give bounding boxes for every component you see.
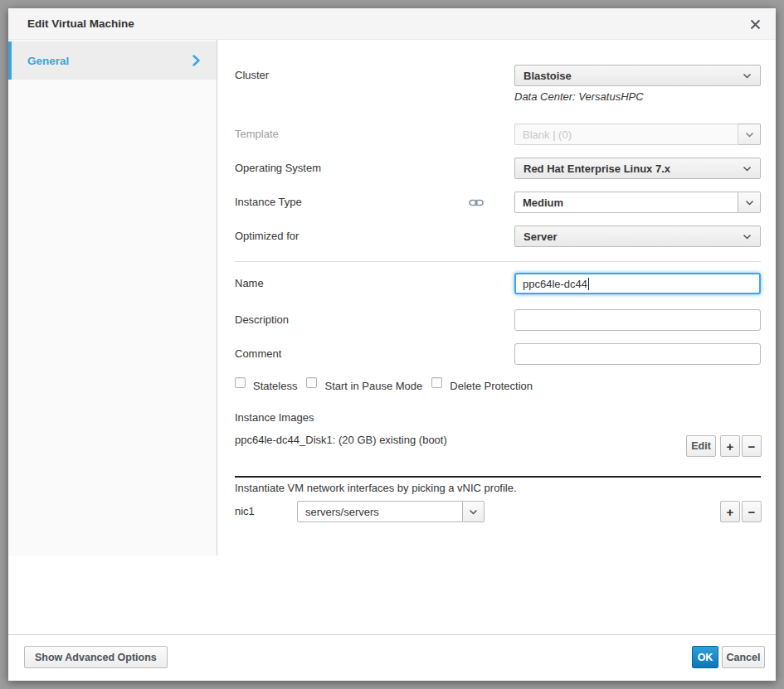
text-cursor	[588, 278, 589, 290]
cancel-button[interactable]: Cancel	[722, 646, 765, 668]
close-button[interactable]	[746, 15, 764, 33]
cluster-value: Blastoise	[523, 70, 743, 82]
template-row: Template Blank | (0)	[217, 124, 776, 145]
dialog-sidebar: General	[8, 40, 217, 556]
optimized-for-value: Server	[523, 230, 743, 243]
nic1-label: nic1	[235, 501, 255, 522]
comment-row: Comment	[217, 343, 776, 365]
comment-label: Comment	[235, 343, 281, 365]
name-input-value: ppc64le-dc44	[523, 278, 587, 290]
start-in-pause-mode-label: Start in Pause Mode	[324, 380, 422, 393]
cluster-row: Cluster Blastoise	[217, 65, 776, 86]
description-label: Description	[235, 309, 289, 331]
nic1-profile-value: servers/servers	[305, 506, 379, 518]
instance-type-dropdown-button[interactable]	[738, 192, 761, 213]
disk-add-button[interactable]: +	[720, 435, 740, 457]
close-icon	[750, 19, 761, 30]
vm-options-checkboxes: Stateless Start in Pause Mode Delete Pro…	[235, 377, 542, 391]
chevron-down-icon	[469, 509, 478, 515]
disk-remove-button[interactable]: −	[742, 435, 762, 457]
sidebar-item-label: General	[27, 55, 69, 67]
os-label: Operating System	[235, 158, 321, 179]
dialog-footer: Show Advanced Options OK Cancel	[8, 634, 776, 681]
network-section-divider	[235, 476, 761, 478]
start-in-pause-mode-checkbox-item[interactable]: Start in Pause Mode	[306, 377, 422, 391]
chevron-down-icon	[745, 200, 754, 206]
link-chain-icon	[469, 198, 484, 207]
os-value: Red Hat Enterprise Linux 7.x	[523, 163, 743, 175]
disk-description: ppc64le-dc44_Disk1: (20 GB) existing (bo…	[235, 434, 447, 446]
instance-type-row: Instance Type Medium	[217, 192, 776, 213]
instance-type-label: Instance Type	[235, 192, 302, 213]
description-input-wrap	[514, 309, 761, 331]
general-tab-content: Cluster Blastoise Data Center: VersatusH…	[217, 40, 776, 556]
name-row: Name ppc64le-dc44	[217, 273, 776, 294]
template-combobox: Blank | (0)	[514, 124, 761, 145]
checkbox-icon[interactable]	[431, 377, 442, 388]
edit-vm-dialog: Edit Virtual Machine General Cluster Bla…	[8, 8, 776, 681]
cluster-label: Cluster	[235, 65, 269, 86]
disk-edit-button[interactable]: Edit	[686, 435, 716, 457]
description-row: Description	[217, 309, 776, 331]
cluster-select[interactable]: Blastoise	[514, 65, 761, 86]
description-input[interactable]	[523, 310, 752, 330]
stateless-checkbox-item[interactable]: Stateless	[235, 377, 297, 391]
chevron-down-icon	[743, 166, 752, 172]
template-field: Blank | (0)	[514, 124, 738, 145]
nic1-dropdown-button[interactable]	[463, 501, 485, 522]
section-divider	[235, 261, 761, 262]
name-label: Name	[235, 273, 264, 294]
data-center-note: Data Center: VersatusHPC	[514, 90, 644, 103]
checkbox-icon[interactable]	[306, 377, 317, 388]
chevron-right-icon	[192, 55, 200, 66]
instance-type-value: Medium	[523, 197, 563, 209]
os-row: Operating System Red Hat Enterprise Linu…	[217, 158, 776, 179]
template-dropdown-button[interactable]	[738, 124, 761, 145]
template-value: Blank | (0)	[523, 129, 572, 141]
nic-remove-button[interactable]: −	[742, 501, 762, 522]
dialog-title: Edit Virtual Machine	[27, 8, 134, 40]
nic1-profile-combobox: servers/servers	[297, 501, 485, 522]
optimized-for-select[interactable]: Server	[514, 226, 761, 247]
template-label: Template	[235, 124, 279, 145]
delete-protection-checkbox-item[interactable]: Delete Protection	[431, 377, 533, 391]
show-advanced-options-button[interactable]: Show Advanced Options	[24, 646, 168, 668]
comment-input-wrap	[514, 343, 761, 365]
chevron-down-icon	[745, 132, 754, 138]
nic-add-button[interactable]: +	[720, 501, 740, 522]
sidebar-item-general[interactable]: General	[8, 41, 217, 80]
delete-protection-label: Delete Protection	[450, 380, 533, 393]
instance-images-heading: Instance Images	[235, 411, 314, 424]
stateless-label: Stateless	[253, 380, 297, 393]
chevron-down-icon	[743, 234, 752, 240]
ok-button[interactable]: OK	[692, 646, 718, 668]
dialog-header: Edit Virtual Machine	[8, 8, 776, 40]
chevron-down-icon	[743, 73, 752, 79]
optimized-for-row: Optimized for Server	[217, 226, 776, 247]
nic1-row: nic1 servers/servers + −	[217, 501, 776, 522]
optimized-for-label: Optimized for	[235, 226, 299, 247]
os-select[interactable]: Red Hat Enterprise Linux 7.x	[514, 158, 761, 179]
comment-input[interactable]	[523, 344, 752, 364]
checkbox-icon[interactable]	[235, 377, 246, 388]
instance-type-field[interactable]: Medium	[514, 192, 738, 213]
nic1-profile-field[interactable]: servers/servers	[297, 501, 463, 522]
instance-type-combobox: Medium	[514, 192, 761, 213]
name-input[interactable]: ppc64le-dc44	[514, 273, 761, 294]
vnic-instruction-text: Instantiate VM network interfaces by pic…	[235, 482, 517, 494]
